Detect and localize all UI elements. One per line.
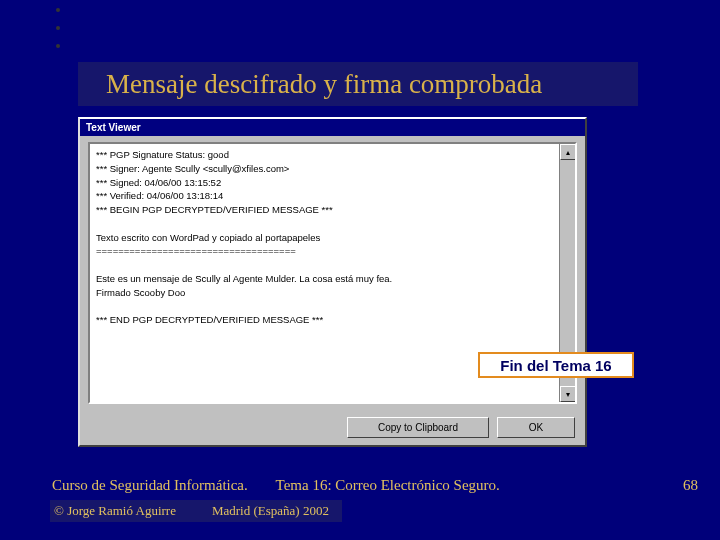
decrypted-message-text: *** PGP Signature Status: good *** Signe…	[90, 144, 575, 331]
window-title: Text Viewer	[86, 122, 141, 133]
copyright: © Jorge Ramió Aguirre	[54, 503, 176, 519]
course-name: Curso de Seguridad Informática.	[52, 477, 248, 493]
scroll-down-button[interactable]: ▾	[560, 386, 576, 402]
window-titlebar: Text Viewer	[80, 119, 585, 136]
copy-to-clipboard-button[interactable]: Copy to Clipboard	[347, 417, 489, 438]
window-button-row: Copy to Clipboard OK	[347, 417, 575, 438]
bullet-icon	[56, 8, 60, 12]
bullet-icon	[56, 44, 60, 48]
location-year: Madrid (España) 2002	[212, 503, 329, 519]
ok-button[interactable]: OK	[497, 417, 575, 438]
topic-name: Tema 16: Correo Electrónico Seguro.	[276, 477, 500, 493]
slide-title: Mensaje descifrado y firma comprobada	[106, 69, 542, 100]
end-of-topic-box: Fin del Tema 16	[478, 352, 634, 378]
scroll-up-button[interactable]: ▴	[560, 144, 576, 160]
slide-title-banner: Mensaje descifrado y firma comprobada	[78, 62, 638, 106]
footer-line-1: Curso de Seguridad Informática. Tema 16:…	[52, 477, 500, 494]
page-number: 68	[683, 477, 698, 494]
end-of-topic-label: Fin del Tema 16	[500, 357, 611, 374]
footer-line-2: © Jorge Ramió Aguirre Madrid (España) 20…	[50, 500, 342, 522]
bullet-icon	[56, 26, 60, 30]
text-viewer-window: Text Viewer *** PGP Signature Status: go…	[78, 117, 587, 447]
decorative-bullets	[56, 8, 60, 62]
